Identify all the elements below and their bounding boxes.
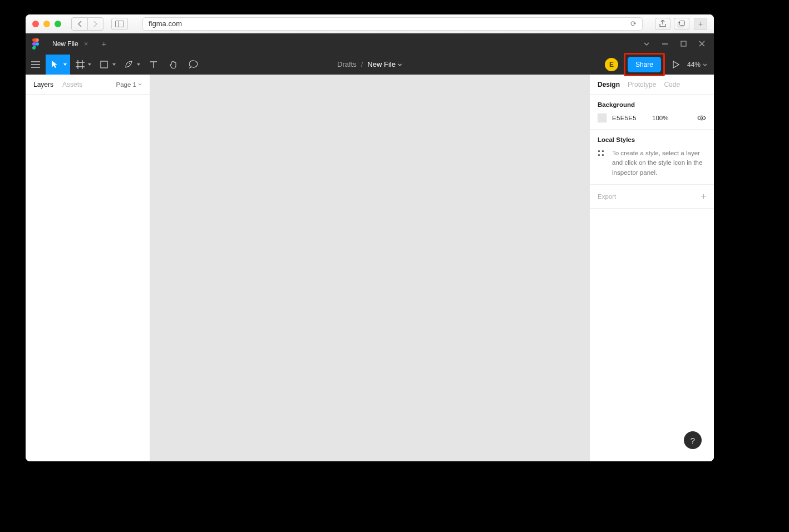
- styles-icon: [598, 149, 605, 156]
- reload-icon[interactable]: ⟳: [630, 19, 637, 28]
- svg-point-17: [598, 150, 600, 152]
- figma-logo-icon[interactable]: [26, 38, 46, 50]
- browser-url-bar[interactable]: figma.com ⟳: [142, 17, 643, 31]
- left-panel: Layers Assets Page 1: [26, 75, 150, 461]
- breadcrumb-file[interactable]: New File: [367, 60, 402, 68]
- avatar-initial: E: [609, 61, 614, 68]
- window-minimize-icon[interactable]: [43, 21, 50, 27]
- share-button[interactable]: Share: [628, 57, 661, 72]
- window-maximize-button[interactable]: [680, 41, 687, 47]
- breadcrumb-separator: /: [361, 60, 363, 68]
- window-close-icon[interactable]: [32, 21, 39, 27]
- background-hex[interactable]: E5E5E5: [612, 115, 637, 121]
- svg-rect-3: [680, 21, 685, 25]
- visibility-toggle-icon[interactable]: [697, 115, 706, 121]
- text-tool[interactable]: [144, 55, 164, 75]
- tab-prototype[interactable]: Prototype: [628, 81, 656, 88]
- svg-point-18: [602, 150, 604, 152]
- tab-code[interactable]: Code: [664, 81, 680, 88]
- move-tool[interactable]: [46, 55, 70, 75]
- chevron-down-icon: [398, 63, 402, 66]
- browser-chrome: figma.com ⟳ +: [26, 14, 714, 33]
- browser-sidebar-button[interactable]: [111, 18, 128, 30]
- help-button[interactable]: ?: [684, 431, 702, 449]
- export-section: Export +: [590, 185, 714, 209]
- zoom-value: 44%: [687, 61, 701, 68]
- page-selector[interactable]: Page 1: [116, 81, 142, 88]
- background-section: Background E5E5E5 100%: [590, 95, 714, 130]
- svg-point-15: [129, 63, 130, 64]
- browser-tabs-button[interactable]: [674, 18, 689, 30]
- local-styles-section: Local Styles To create a style, select a…: [590, 130, 714, 185]
- local-styles-hint: To create a style, select a layer and cl…: [612, 149, 706, 178]
- background-opacity[interactable]: 100%: [652, 115, 668, 121]
- browser-forward-button[interactable]: [87, 18, 103, 30]
- svg-point-4: [36, 42, 39, 46]
- svg-point-16: [701, 117, 703, 119]
- user-avatar[interactable]: E: [605, 58, 618, 71]
- window-dropdown-icon[interactable]: [644, 42, 649, 46]
- frame-tool[interactable]: [70, 55, 95, 75]
- new-file-tab-button[interactable]: +: [95, 39, 113, 48]
- browser-share-button[interactable]: [655, 18, 670, 30]
- browser-url-text: figma.com: [149, 19, 182, 28]
- svg-point-20: [602, 154, 604, 156]
- figma-toolbar: Drafts / New File E Share 44%: [26, 54, 714, 75]
- window-minimize-button[interactable]: [662, 41, 668, 47]
- svg-rect-6: [681, 41, 686, 46]
- tab-assets[interactable]: Assets: [62, 81, 82, 88]
- window-close-button[interactable]: [699, 41, 705, 47]
- page-selector-label: Page 1: [116, 81, 136, 88]
- browser-right-controls: +: [655, 18, 707, 30]
- right-panel: Design Prototype Code Background E5E5E5 …: [589, 75, 714, 461]
- file-tab[interactable]: New File ×: [46, 33, 95, 54]
- canvas[interactable]: [150, 75, 589, 461]
- breadcrumb-file-label: New File: [367, 60, 396, 68]
- share-button-annotation: Share: [624, 53, 665, 76]
- hand-tool[interactable]: [164, 55, 184, 75]
- tab-layers[interactable]: Layers: [33, 81, 53, 88]
- breadcrumb: Drafts / New File: [337, 60, 402, 68]
- window-traffic-lights: [32, 21, 61, 27]
- browser-back-button[interactable]: [72, 18, 87, 30]
- file-tab-label: New File: [52, 40, 78, 48]
- breadcrumb-drafts[interactable]: Drafts: [337, 60, 357, 68]
- svg-rect-0: [116, 21, 124, 27]
- browser-nav-buttons: [71, 17, 103, 31]
- window-zoom-icon[interactable]: [55, 21, 61, 27]
- chevron-down-icon: [703, 63, 707, 66]
- background-swatch[interactable]: [598, 114, 606, 122]
- svg-point-19: [598, 154, 600, 156]
- background-title: Background: [598, 101, 706, 108]
- pen-tool[interactable]: [119, 55, 144, 75]
- browser-new-tab-button[interactable]: +: [694, 18, 707, 30]
- tab-design[interactable]: Design: [598, 81, 620, 88]
- shape-tool[interactable]: [95, 55, 119, 75]
- chevron-down-icon: [138, 83, 142, 86]
- close-icon[interactable]: ×: [84, 40, 88, 48]
- help-icon: ?: [691, 436, 695, 445]
- local-styles-title: Local Styles: [598, 136, 706, 143]
- zoom-control[interactable]: 44%: [687, 61, 707, 68]
- figma-tabstrip: New File × +: [26, 33, 714, 54]
- svg-rect-14: [101, 61, 107, 68]
- add-export-button[interactable]: +: [701, 191, 706, 201]
- main-menu-button[interactable]: [26, 55, 46, 75]
- export-title: Export: [598, 193, 616, 200]
- present-button[interactable]: [670, 61, 682, 68]
- comment-tool[interactable]: [184, 55, 204, 75]
